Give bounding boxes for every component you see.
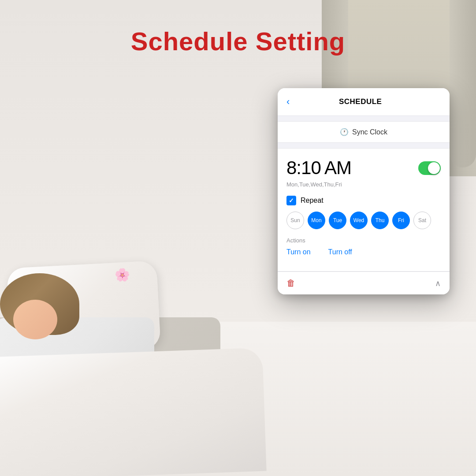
days-of-week-row: Sun Mon Tue Wed Thu Fri Sat [286,212,441,229]
sync-clock-icon: 🕐 [340,128,349,136]
active-days-label: Mon,Tue,Wed,Thu,Fri [286,181,441,188]
person-face [13,300,57,339]
phone-header: ‹ SCHEDULE [278,88,450,116]
back-button[interactable]: ‹ [286,96,290,108]
delete-icon[interactable]: 🗑 [286,278,295,288]
phone-ui-overlay: ‹ SCHEDULE 🕐 Sync Clock 8:10 AM Mon,Tue,… [278,88,450,294]
screen-title: SCHEDULE [294,97,427,106]
page-title: Schedule Setting [0,26,476,56]
actions-row: Turn on Turn off [286,248,441,256]
time-toggle-row: 8:10 AM [286,157,441,178]
turn-on-button[interactable]: Turn on [286,248,311,256]
day-button-wed[interactable]: Wed [350,212,368,229]
chevron-up-icon[interactable]: ∧ [435,279,441,288]
day-button-sun[interactable]: Sun [286,212,304,229]
flower-decoration: 🌸 [115,268,130,282]
repeat-label: Repeat [301,197,324,205]
schedule-toggle[interactable] [418,161,441,175]
day-button-fri[interactable]: Fri [392,212,410,229]
schedule-card: 8:10 AM Mon,Tue,Wed,Thu,Fri ✓ Repeat Sun… [278,148,450,271]
turn-off-button[interactable]: Turn off [328,248,352,256]
curtain-right [450,0,476,167]
bottom-action-row: 🗑 ∧ [278,271,450,294]
actions-label: Actions [286,237,441,244]
sync-clock-label: Sync Clock [352,128,387,136]
repeat-row: ✓ Repeat [286,196,441,205]
day-button-sat[interactable]: Sat [413,212,431,229]
sync-clock-row[interactable]: 🕐 Sync Clock [278,121,450,143]
time-display[interactable]: 8:10 AM [286,157,351,178]
repeat-checkbox[interactable]: ✓ [286,196,296,205]
day-button-mon[interactable]: Mon [308,212,325,229]
toggle-knob [428,162,440,174]
day-button-thu[interactable]: Thu [371,212,389,229]
checkmark-icon: ✓ [289,197,294,204]
body-blanket [0,348,267,476]
day-button-tue[interactable]: Tue [329,212,346,229]
